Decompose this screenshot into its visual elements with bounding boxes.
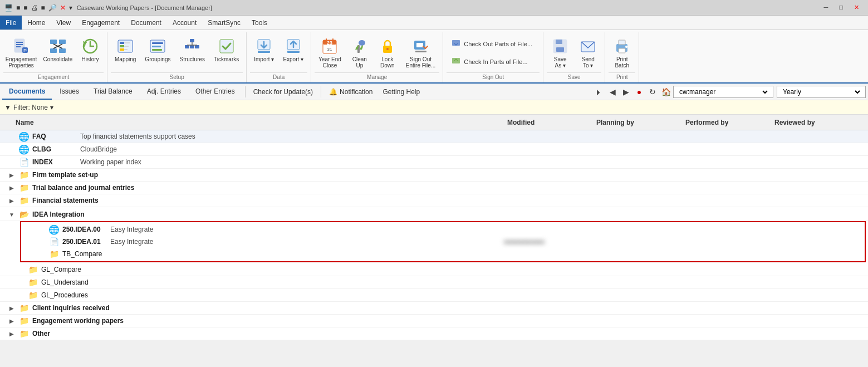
expander[interactable]: ▶ (8, 197, 16, 204)
ribbon-btn-save-as[interactable]: SaveAs ▾ (547, 35, 573, 71)
list-item[interactable]: ▶ 📁 Other (0, 327, 868, 340)
address-select[interactable]: cw:manager (677, 87, 769, 96)
history-label: History (81, 56, 99, 62)
check-for-updates-action[interactable]: Check for Update(s) (249, 87, 317, 97)
folder-icon: 📁 (19, 183, 29, 193)
ribbon-btn-engagement-properties[interactable]: P Engagement Properties (3, 35, 39, 71)
ribbon-btn-import[interactable]: Import ▾ (250, 35, 278, 65)
ribbon-btn-send-to[interactable]: SendTo ▾ (575, 35, 601, 71)
list-item[interactable]: 🌐 250.IDEA.00 Easy Integrate (21, 223, 865, 236)
ribbon-group-setup-label: Setup (111, 72, 243, 81)
list-item[interactable]: 📁 GL_Compare (0, 263, 868, 276)
nav-stop-btn[interactable]: ● (633, 86, 645, 98)
nav-forward-btn[interactable]: ▶ (620, 86, 632, 98)
list-item[interactable]: ▼ 📂 IDEA Integration (0, 208, 868, 221)
svg-point-62 (625, 46, 627, 48)
list-item[interactable]: ▶ 📁 Trial balance and journal entries (0, 182, 868, 194)
ribbon-btn-sign-out-entire[interactable]: Sign Out Entire File... (402, 35, 439, 71)
ribbon-btn-check-in-parts[interactable]: Check In Parts of File... (447, 54, 531, 70)
groupings-icon (149, 37, 166, 55)
list-item[interactable]: 🌐 FAQ Top financial statements support c… (0, 130, 868, 143)
ribbon-group-save-label: Save (547, 72, 601, 81)
expander[interactable]: ▼ (8, 211, 16, 218)
menu-document[interactable]: Document (125, 16, 167, 30)
getting-help-action[interactable]: Getting Help (378, 87, 424, 97)
filter-dropdown-icon[interactable]: ▾ (50, 104, 53, 111)
menu-file[interactable]: File (0, 16, 22, 30)
list-item[interactable]: ▶ 📁 Firm template set-up (0, 169, 868, 182)
clean-up-label: Clean Up (352, 56, 367, 68)
tickmarks-label: Tickmarks (214, 56, 239, 62)
notification-action[interactable]: 🔔 Notification (325, 87, 377, 97)
expander[interactable]: ▶ (8, 304, 16, 312)
list-item[interactable]: 📁 GL_Understand (0, 276, 868, 289)
check-out-icon (450, 38, 462, 50)
list-item[interactable]: ▶ 📁 Financial statements (0, 194, 868, 207)
expander (38, 250, 46, 258)
ribbon-btn-year-end-close[interactable]: 2331 Year End Close (315, 35, 345, 71)
nav-home-btn[interactable]: ⏵ (593, 86, 605, 98)
expander[interactable]: ▶ (8, 184, 16, 192)
period-dropdown[interactable]: Yearly (781, 87, 862, 96)
structures-label: Structures (180, 56, 205, 62)
structures-icon (183, 37, 201, 55)
nav-home2-btn[interactable]: 🏠 (660, 86, 672, 98)
svg-rect-3 (16, 46, 21, 47)
doc-label: Firm template set-up (32, 171, 98, 179)
toolbar-separator-2 (321, 86, 321, 97)
doc-label: Engagement working papers (32, 317, 124, 325)
tab-issues[interactable]: Issues (53, 84, 86, 100)
ribbon-group-print-label: Print (609, 72, 635, 81)
list-item[interactable]: 🌐 CLBG CloudBridge (0, 143, 868, 156)
list-item[interactable]: ▶ 📁 Engagement working papers (0, 315, 868, 327)
svg-rect-7 (59, 40, 66, 44)
list-item[interactable]: 📁 TB_Compare (21, 248, 865, 260)
menu-account[interactable]: Account (167, 16, 202, 30)
menu-smartsync[interactable]: SmartSync (202, 16, 246, 30)
ribbon-btn-check-out-parts[interactable]: Check Out Parts of File... (447, 36, 536, 52)
list-item[interactable]: 📄 INDEX Working paper index (0, 156, 868, 169)
svg-line-12 (53, 46, 58, 48)
list-item[interactable]: 📁 GL_Procedures (0, 289, 868, 302)
toolbar: Documents Issues Trial Balance Adj. Entr… (0, 84, 868, 100)
col-performed-header: Performed by (685, 119, 774, 126)
filter-label: Filter: None (13, 104, 48, 111)
nav-refresh-btn[interactable]: ↻ (646, 86, 659, 98)
tab-adj-entries[interactable]: Adj. Entries (140, 84, 188, 100)
expander[interactable]: ▶ (8, 317, 16, 325)
export-icon (285, 37, 302, 55)
ribbon-btn-export[interactable]: Export ▾ (279, 35, 307, 65)
nav-back-btn[interactable]: ◀ (606, 86, 619, 98)
address-bar[interactable]: cw:manager (673, 86, 773, 98)
menu-engagement[interactable]: Engagement (76, 16, 125, 30)
ribbon-btn-structures[interactable]: Structures (176, 35, 209, 65)
print-batch-label: Print Batch (615, 56, 629, 68)
menu-view[interactable]: View (51, 16, 76, 30)
tab-trial-balance[interactable]: Trial Balance (87, 84, 139, 100)
menu-tools[interactable]: Tools (246, 16, 273, 30)
ribbon-btn-print-batch[interactable]: Print Batch (609, 35, 635, 71)
title-text: Caseware Working Papers - [Document Mana… (77, 4, 212, 11)
menu-home[interactable]: Home (22, 16, 51, 30)
doc-label: GL_Understand (41, 278, 89, 286)
period-select[interactable]: Yearly (777, 86, 866, 98)
ribbon-btn-history[interactable]: History (77, 35, 104, 65)
expander[interactable]: ▶ (8, 171, 16, 179)
tab-documents[interactable]: Documents (2, 84, 52, 100)
ribbon-btn-groupings[interactable]: Groupings (141, 35, 174, 65)
doc-label: Working paper index (80, 158, 141, 166)
tab-other-entries[interactable]: Other Entries (189, 84, 242, 100)
svg-rect-6 (50, 40, 57, 44)
ribbon-group-engagement: P Engagement Properties Consolidate Hist… (0, 32, 107, 82)
ribbon-btn-tickmarks[interactable]: Tickmarks (210, 35, 243, 65)
ribbon-btn-consolidate[interactable]: Consolidate (40, 35, 76, 65)
idea-integration-group: ▼ 📂 IDEA Integration 🌐 250.IDEA.00 Easy … (0, 208, 868, 262)
list-item[interactable]: 📄 250.IDEA.01 Easy Integrate ■■■■■■■■■■■ (21, 236, 865, 248)
ribbon-btn-mapping[interactable]: Mapping (111, 35, 140, 65)
expander[interactable]: ▶ (8, 330, 16, 337)
year-end-close-icon: 2331 (321, 37, 339, 55)
ribbon-btn-lock-down[interactable]: Lock Down (374, 35, 401, 71)
title-bar: 🖥️ ■ ■ 🖨 ■ 🔎 ✕ ▾ Caseware Working Papers… (0, 0, 868, 16)
ribbon-btn-clean-up[interactable]: Clean Up (346, 35, 373, 71)
list-item[interactable]: ▶ 📁 Client inquiries received (0, 302, 868, 315)
